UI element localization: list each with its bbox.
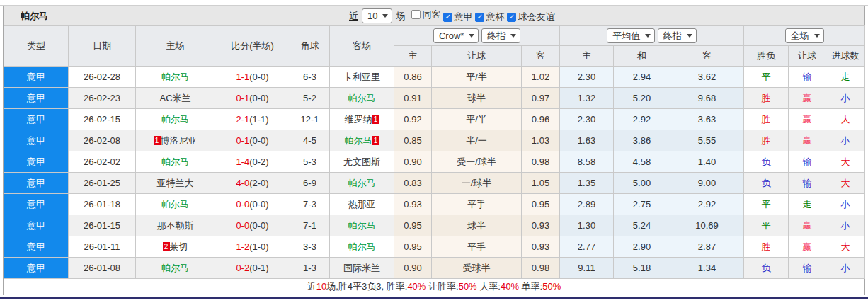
corner-cell: 6-9 <box>290 173 330 194</box>
handicap-home-odds-cell: 0.85 <box>394 130 432 152</box>
full-time-score: 0-0 <box>236 220 249 231</box>
match-row: 意甲26-02-23AC米兰0-1(0-0)5-2帕尔马0.91球半0.971.… <box>4 88 865 109</box>
checkbox-label: 意杯 <box>486 11 504 23</box>
match-row: 意甲26-01-08帕尔马0-2(0-1)1-3国际米兰0.90受球半0.989… <box>4 258 865 279</box>
league-cell: 意甲 <box>4 173 69 194</box>
date-cell: 26-02-02 <box>69 152 136 173</box>
checkbox-checked-icon[interactable] <box>507 13 516 22</box>
summary-stats-text: 近10场,胜4平3负3, 胜率:40% 让胜率:50% 大率:40% 单率:50… <box>307 280 561 293</box>
col-header-result: 胜负 <box>744 46 789 67</box>
match-row: 意甲26-01-18帕尔马0-0(0-0)7-3热那亚0.93平手0.952.8… <box>4 194 865 215</box>
away-team-cell: 维罗纳1 <box>330 109 394 130</box>
handicap-line-cell: 平/半 <box>432 67 522 88</box>
checkbox-checked-icon[interactable] <box>443 13 452 22</box>
footer-segment: 50% <box>459 281 477 292</box>
footer-segment: 50% <box>542 281 561 292</box>
away-team-cell: 热那亚 <box>330 194 394 215</box>
result-cell: 负 <box>744 173 789 194</box>
matches-label: 场 <box>396 10 405 23</box>
checkbox-unchecked-icon[interactable] <box>411 10 421 19</box>
corner-cell: 6-3 <box>290 67 330 88</box>
europe-odds-group-header: 平均值 终指 <box>560 26 744 46</box>
full-time-score: 1-4 <box>236 156 249 167</box>
team-name: 博洛尼亚 <box>161 135 198 146</box>
handicap-result-cell: 输 <box>789 67 826 88</box>
match-row: 意甲26-02-28帕尔马1-1(0-0)6-3卡利亚里0.86平/半1.022… <box>4 67 865 88</box>
handicap-home-odds-cell: 0.95 <box>394 215 432 236</box>
handicap-result-cell: 输 <box>789 258 826 279</box>
half-time-score: (1-0) <box>249 241 268 252</box>
score-cell: 0-1(0-0) <box>215 130 290 152</box>
half-time-score: (1-1) <box>249 114 268 125</box>
team-name: 热那亚 <box>348 199 376 210</box>
home-team-cell: 帕尔马 <box>136 258 215 279</box>
result-cell: 负 <box>744 258 789 279</box>
league-cell: 意甲 <box>4 194 69 215</box>
chevron-down-icon <box>510 34 516 38</box>
score-cell: 1-2(1-0) <box>215 236 290 258</box>
half-time-score: (0-0) <box>249 135 268 146</box>
checkbox-checked-icon[interactable] <box>475 13 484 22</box>
handicap-away-odds-cell: 0.93 <box>522 236 560 258</box>
handicap-result-cell: 赢 <box>789 215 826 236</box>
handicap-away-odds-cell: 0.97 <box>522 88 560 109</box>
result-cell: 平 <box>744 215 789 236</box>
handicap-line-cell: 一/球半 <box>432 173 522 194</box>
handicap-home-odds-cell: 0.93 <box>394 194 432 215</box>
filter-checkbox[interactable]: 球会友谊 <box>507 11 554 23</box>
league-cell: 意甲 <box>4 236 69 258</box>
date-cell: 26-01-11 <box>69 236 136 258</box>
bookmaker-dropdown[interactable]: Crow* <box>433 28 479 43</box>
result-group-header: 全场 <box>744 26 865 46</box>
filter-checkbox[interactable]: 意杯 <box>475 11 504 23</box>
recent-link[interactable]: 近 <box>349 10 358 23</box>
match-row: 意甲26-02-02帕尔马1-4(0-2)5-3尤文图斯0.90受一/球半0.9… <box>4 152 865 173</box>
col-header-score: 比分(半场) <box>215 26 290 67</box>
average-dropdown[interactable]: 平均值 <box>607 28 655 43</box>
handicap-away-odds-cell: 1.05 <box>522 173 560 194</box>
goals-result-cell: 大 <box>826 152 865 173</box>
handicap-home-odds-cell: 0.83 <box>394 173 432 194</box>
col-header-avg-draw: 和 <box>614 46 670 67</box>
col-header-date: 日期 <box>69 26 136 67</box>
handicap-time-dropdown[interactable]: 终指 <box>481 28 520 43</box>
avg-draw-odds-cell: 5.24 <box>614 215 670 236</box>
handicap-result-cell: 赢 <box>789 236 826 258</box>
period-dropdown-value: 全场 <box>791 30 809 42</box>
chevron-down-icon <box>814 34 820 38</box>
avg-away-odds-cell: 2.92 <box>670 194 744 215</box>
date-cell: 26-01-25 <box>69 173 136 194</box>
filter-checkbox[interactable]: 意甲 <box>443 11 472 23</box>
red-number-badge: 1 <box>372 115 379 124</box>
col-header-avg-home: 主 <box>560 46 614 67</box>
goals-result-cell: 大 <box>826 173 865 194</box>
avg-home-odds-cell: 1.30 <box>560 215 614 236</box>
full-time-score: 1-1 <box>236 72 249 82</box>
full-time-score: 0-0 <box>236 199 249 210</box>
handicap-home-odds-cell: 0.86 <box>394 67 432 88</box>
europe-time-dropdown[interactable]: 终指 <box>658 28 697 43</box>
date-cell: 26-01-08 <box>69 258 136 279</box>
recent-count-dropdown[interactable]: 10 <box>362 8 392 23</box>
team-name: 帕尔马 <box>348 178 376 188</box>
filter-checkbox[interactable]: 同客 <box>411 8 440 21</box>
avg-draw-odds-cell: 2.94 <box>614 67 670 88</box>
col-header-away: 客场 <box>330 26 394 67</box>
date-cell: 26-02-15 <box>69 109 136 130</box>
handicap-home-odds-cell: 0.91 <box>394 88 432 109</box>
avg-away-odds-cell: 2.87 <box>670 236 744 258</box>
home-team-cell: AC米兰 <box>136 88 215 109</box>
title-bar: 帕尔马 近 10 场 同客意甲意杯球会友谊 <box>4 6 864 25</box>
avg-home-odds-cell: 2.30 <box>560 67 614 88</box>
result-cell: 胜 <box>744 130 789 152</box>
score-cell: 0-1(0-0) <box>215 88 290 109</box>
period-dropdown[interactable]: 全场 <box>785 28 824 43</box>
corner-cell: 12-1 <box>290 109 330 130</box>
footer-segment: 场,胜4平3负3, 胜率: <box>326 281 407 292</box>
handicap-line-cell: 球半 <box>432 215 522 236</box>
away-team-cell: 帕尔马1 <box>330 130 394 152</box>
col-header-home: 主场 <box>136 26 215 67</box>
score-cell: 0-0(0-0) <box>215 194 290 215</box>
avg-draw-odds-cell: 3.86 <box>614 130 670 152</box>
home-team-cell: 亚特兰大 <box>136 173 215 194</box>
